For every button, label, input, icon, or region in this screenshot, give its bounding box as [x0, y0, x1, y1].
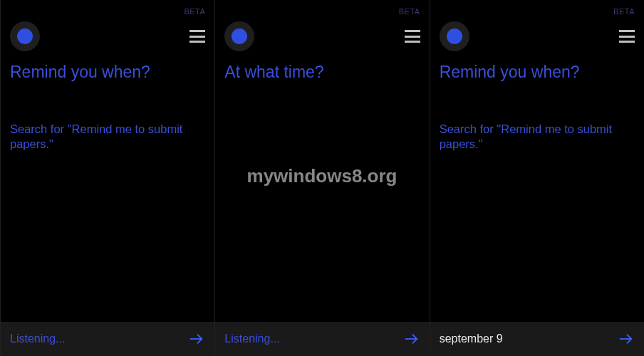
cortana-orb-inner — [232, 28, 247, 44]
input-text[interactable]: Listening... — [224, 333, 279, 345]
cortana-orb-inner — [17, 28, 33, 44]
cortana-panel-3: BETA Remind you when? Search for "Remind… — [430, 0, 644, 356]
input-bar[interactable]: september 9 — [430, 322, 644, 356]
beta-tag: BETA — [613, 7, 635, 16]
beta-tag: BETA — [184, 7, 205, 16]
submit-arrow-icon[interactable] — [618, 330, 635, 347]
prompt-text: Remind you when? — [1, 58, 214, 82]
header — [430, 0, 644, 58]
header — [1, 0, 214, 58]
submit-arrow-icon[interactable] — [188, 330, 205, 347]
cortana-orb-inner — [447, 28, 462, 44]
cortana-panel-2: BETA At what time? Listening... — [214, 0, 429, 356]
search-suggestion[interactable]: Search for "Remind me to submit papers." — [430, 82, 644, 152]
hamburger-menu-icon[interactable] — [619, 30, 635, 43]
cortana-orb-icon[interactable] — [10, 21, 40, 51]
prompt-text: Remind you when? — [430, 58, 644, 82]
hamburger-menu-icon[interactable] — [189, 30, 205, 43]
cortana-orb-icon[interactable] — [224, 21, 254, 51]
search-suggestion[interactable]: Search for "Remind me to submit papers." — [1, 82, 214, 152]
cortana-panel-1: BETA Remind you when? Search for "Remind… — [0, 0, 214, 356]
input-bar[interactable]: Listening... — [1, 322, 214, 356]
input-bar[interactable]: Listening... — [215, 322, 429, 356]
hamburger-menu-icon[interactable] — [405, 30, 420, 43]
beta-tag: BETA — [399, 7, 420, 16]
cortana-orb-icon[interactable] — [440, 21, 469, 51]
submit-arrow-icon[interactable] — [403, 330, 420, 347]
header — [215, 0, 429, 58]
prompt-text: At what time? — [215, 58, 429, 82]
input-text[interactable]: september 9 — [440, 333, 503, 345]
input-text[interactable]: Listening... — [10, 333, 65, 345]
